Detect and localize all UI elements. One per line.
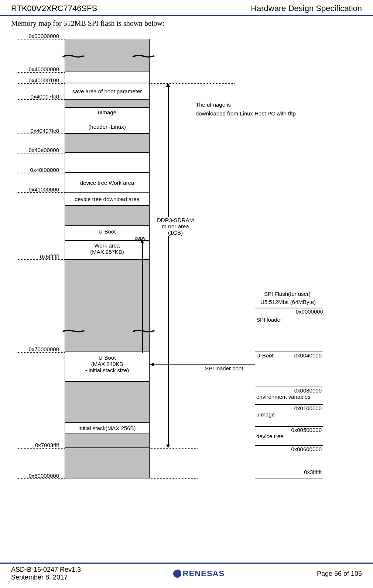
- dotted-line: [150, 478, 198, 479]
- footer-left: ASD-B-16-0247 Rev1.3 September 8, 2017: [11, 566, 81, 581]
- logo-text: RENESAS: [183, 569, 225, 578]
- cell-blank-1: [65, 72, 150, 83]
- addr-3: 0x40007fc0: [17, 93, 59, 100]
- header-left: RTK00V2XRC7746SFS: [11, 4, 97, 13]
- mirror-l3: (1GB): [153, 229, 198, 236]
- dotted-line: [17, 99, 65, 100]
- cell-initial-stack: initial stack(MAX 256B): [65, 423, 150, 433]
- page-header: RTK00V2XRC7746SFS Hardware Design Specif…: [0, 0, 373, 16]
- spi-uimage-addr: 0x0100000: [256, 405, 323, 411]
- uimage-line1: uImage: [65, 109, 149, 115]
- spi-title2: U5:512Mbit (64MByte): [260, 299, 316, 305]
- dotted-line: [17, 192, 65, 193]
- header-right: Hardware Design Specification: [251, 4, 362, 13]
- spi-loader-boot-label: SPI loader boot: [205, 365, 243, 371]
- addr-5: 0x40e00000: [17, 147, 59, 153]
- spi-env-cell: 0x0080000 environment variables: [255, 387, 323, 405]
- cell-blank-2: [65, 153, 150, 173]
- spi-dt-label: device tree: [256, 433, 323, 439]
- work-area-l2: (MAX 257KB): [65, 249, 149, 255]
- addr-10: 0x7003ffff: [17, 442, 59, 448]
- spi-end-cell: 0x00600000 0x3ffffff: [255, 446, 323, 478]
- uboot2-l3: - initial stack size): [65, 367, 149, 373]
- mirror-arrow-line: [168, 87, 169, 445]
- dotted-line: [17, 259, 65, 260]
- uimage-note1: The uImage is: [196, 101, 231, 108]
- copy-arrow-line: [142, 242, 143, 353]
- uboot2-l1: U-Boot: [65, 354, 149, 361]
- cell-sep-1: [65, 99, 150, 107]
- cell-boot-param: save area of boot parameter: [65, 83, 150, 99]
- addr-11: 0x80000000: [17, 473, 59, 479]
- dotted-line: [17, 83, 65, 84]
- mirror-annotation: DDR3-SDRAM mirror area (1GB): [153, 217, 198, 236]
- dotted-line: [17, 478, 65, 479]
- mirror-l1: DDR3-SDRAM: [153, 217, 198, 223]
- arrow-down-icon: [166, 445, 170, 448]
- cell-gap-1: [65, 134, 150, 153]
- uimage-note2: downloaded from Linux Host PC with tftp: [196, 110, 296, 117]
- dotted-line: [17, 134, 65, 134]
- arrow-up-icon: [140, 239, 144, 243]
- spi-addr-5: 0x00600000: [256, 446, 323, 452]
- spi-uimage-cell: 0x0100000 uImage: [255, 405, 323, 426]
- page-footer: ASD-B-16-0247 Rev1.3 September 8, 2017 R…: [0, 563, 373, 588]
- cell-dt-download: device tree download area: [65, 192, 150, 205]
- footer-doc: ASD-B-16-0247 Rev1.3: [11, 566, 81, 574]
- mirror-l2: mirror area: [153, 223, 198, 229]
- spi-addr-6: 0x3ffffff: [256, 469, 323, 475]
- addr-8: 0x5fffffff: [17, 253, 59, 260]
- cell-gap-2: [65, 205, 150, 226]
- arrow-left-icon: [150, 363, 154, 366]
- cell-gap-6: [65, 448, 150, 478]
- memory-map-diagram: 0x00000000 0x40000000 0x40000100 0x40007…: [9, 31, 364, 504]
- cell-uboot2: U-Boot (MAX 240KB - initial stack size): [65, 352, 150, 381]
- break-icon: 〜: [131, 50, 157, 64]
- dotted-line: [150, 83, 235, 84]
- addr-7: 0x41000000: [17, 186, 59, 193]
- spi-dt-addr: 0x00500000: [256, 427, 323, 433]
- cell-dt-work: device tree Work area: [65, 173, 150, 192]
- dotted-line: [17, 39, 65, 39]
- work-area-l1: Work area: [65, 242, 149, 249]
- cell-gap-5: [65, 433, 150, 448]
- dotted-line: [17, 173, 65, 173]
- addr-9: 0x70000000: [17, 346, 59, 352]
- addr-0: 0x00000000: [17, 33, 59, 39]
- cell-uboot-copy: U-Boot copy: [65, 226, 150, 241]
- spi-env-addr: 0x0080000: [256, 387, 323, 394]
- spi-env-label: environment variables: [256, 394, 323, 400]
- spi-uimage-label: uImage: [256, 411, 323, 418]
- spi-title1: SPI Flash(for user): [264, 291, 311, 297]
- dotted-line: [150, 448, 198, 449]
- cell-uimage: uImage (header+Linux): [65, 107, 150, 134]
- addr-1: 0x40000000: [17, 66, 59, 72]
- logo-dot-icon: [173, 570, 181, 578]
- break-icon: 〜: [131, 325, 157, 339]
- addr-6: 0x40f00000: [17, 167, 59, 173]
- arrow-up-icon: [166, 83, 170, 87]
- addr-2: 0x40000100: [17, 77, 59, 83]
- spi-uboot-cell: U-Boot 0x0040000: [255, 352, 323, 387]
- spi-loader-cell: SPI loader: [255, 308, 323, 352]
- spi-uboot-label: U-Boot: [256, 352, 274, 359]
- break-icon: 〜: [61, 50, 86, 64]
- dotted-line: [17, 448, 65, 449]
- intro-text: Memory map for 512MB SPI flash is shown …: [0, 16, 373, 31]
- renesas-logo: RENESAS: [173, 569, 225, 578]
- uimage-line2: (header+Linux): [65, 124, 149, 130]
- cell-gap-4: [65, 381, 150, 423]
- spi-uboot-addr: 0x0040000: [294, 352, 323, 359]
- dotted-line: [17, 72, 65, 73]
- footer-page: Page 56 of 105: [317, 570, 362, 578]
- break-icon: 〜: [61, 325, 86, 339]
- footer-date: September 8, 2017: [11, 574, 81, 581]
- dotted-line: [17, 153, 65, 153]
- spi-dt-cell: 0x00500000 device tree: [255, 426, 323, 446]
- uboot2-l2: (MAX 240KB: [65, 361, 149, 367]
- dotted-line: [17, 352, 65, 353]
- cell-work-area: Work area (MAX 257KB): [65, 241, 150, 259]
- addr-4: 0x40407fc0: [17, 128, 59, 134]
